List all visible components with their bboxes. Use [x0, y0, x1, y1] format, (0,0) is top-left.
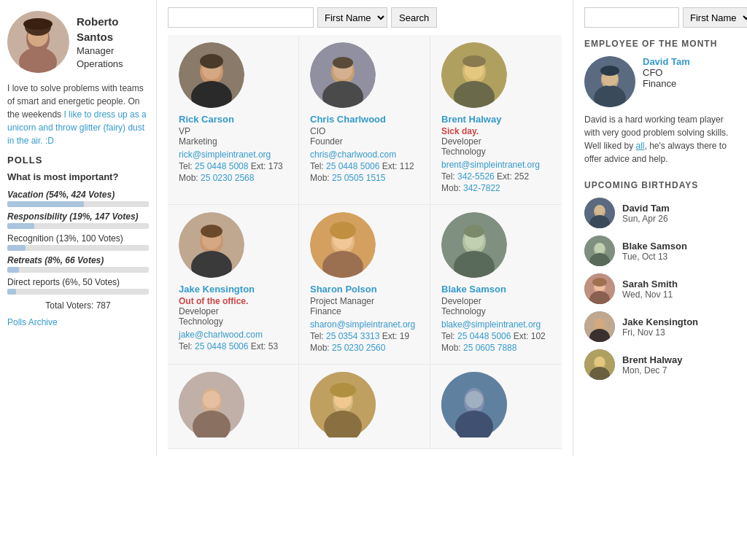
emp-dept-blake: Technology	[441, 306, 551, 316]
birthday-date: Wed, Nov 11	[622, 289, 678, 300]
svg-point-35	[464, 225, 484, 238]
search-button[interactable]: Search	[391, 7, 437, 28]
emp-email-rick[interactable]: rick@simpleintranet.org	[179, 149, 287, 160]
employee-card-rick-carson: Rick Carson VP Marketing rick@simpleintr…	[168, 35, 299, 205]
emp-photo	[310, 42, 376, 108]
emp-photo-placeholder	[441, 372, 507, 438]
emp-photo	[179, 42, 244, 108]
emp-tel-rick: Tel: 25 0448 5008 Ext: 173	[179, 161, 287, 171]
main-content: First Name Search Rick Carson VP Marketi…	[157, 0, 573, 456]
svg-point-74	[595, 357, 605, 367]
profile-bio: I love to solve problems with teams of s…	[7, 82, 149, 147]
emp-name-rick[interactable]: Rick Carson	[179, 114, 287, 125]
svg-point-39	[203, 391, 220, 408]
poll-item: Responsibility (19%, 147 Votes)	[7, 211, 149, 229]
eom-info: David Tam CFO Finance	[643, 56, 690, 107]
eom-role: CFO	[643, 67, 690, 78]
employee-card-brent-halway: Brent Halway Sick day. Developer Technol…	[430, 35, 562, 205]
svg-point-5	[23, 18, 53, 30]
emp-name-sharon[interactable]: Sharon Polson	[310, 284, 419, 295]
employee-card-sharon-polson: Sharon Polson Project Manager Finance sh…	[299, 205, 430, 365]
svg-point-57	[595, 205, 605, 215]
emp-tel-chris: Tel: 25 0448 5006 Ext: 112	[310, 161, 419, 171]
svg-point-20	[462, 55, 486, 67]
birthday-name: David Tam	[622, 203, 670, 214]
right-panel: First Name Search EMPLOYEE OF THE MONTH …	[573, 0, 747, 456]
polls-archive-link[interactable]: Polls Archive	[7, 317, 58, 327]
profile-dept: Operations	[77, 58, 149, 71]
emp-status-jake: Out of the office.	[179, 296, 287, 306]
svg-point-53	[600, 66, 619, 76]
svg-point-30	[330, 222, 356, 239]
emp-photo	[179, 212, 244, 278]
emp-mob-brent: Mob: 342-7822	[441, 183, 551, 193]
svg-point-61	[595, 243, 605, 253]
birthday-name: Jake Kensington	[622, 316, 698, 327]
profile-title: Manager	[77, 44, 149, 58]
emp-photo	[441, 42, 507, 108]
birthday-date: Mon, Dec 7	[622, 365, 682, 376]
emp-name-blake[interactable]: Blake Samson	[441, 284, 551, 295]
emp-email-jake[interactable]: jake@charlwood.com	[179, 330, 287, 340]
poll-item: Recognition (13%, 100 Votes)	[7, 233, 149, 251]
svg-point-48	[465, 391, 483, 408]
eom-bio-link[interactable]: all	[635, 141, 644, 151]
emp-email-brent[interactable]: brent@simpleintranet.org	[441, 160, 551, 170]
bio-link[interactable]: I like to dress up as a unicorn and thro…	[7, 109, 147, 146]
emp-title-jake: Developer	[179, 306, 287, 316]
poll-bar-responsibility	[7, 223, 34, 229]
employee-grid: Rick Carson VP Marketing rick@simpleintr…	[168, 35, 562, 449]
right-search-bar: First Name Search	[584, 7, 736, 28]
birthday-name: Blake Samson	[622, 241, 687, 252]
birthday-date: Fri, Nov 13	[622, 327, 698, 338]
emp-mob-rick: Mob: 25 0230 2568	[179, 173, 287, 183]
svg-point-70	[595, 319, 605, 329]
poll-item: Retreats (8%, 66 Votes)	[7, 255, 149, 273]
poll-question: What is most important?	[7, 171, 149, 182]
emp-name-chris[interactable]: Chris Charlwood	[310, 114, 419, 125]
emp-name-jake[interactable]: Jake Kensington	[179, 284, 287, 295]
emp-name-brent[interactable]: Brent Halway	[441, 114, 551, 125]
emp-email-chris[interactable]: chris@charlwood.com	[310, 149, 419, 160]
sidebar: Roberto Santos Manager Operations I love…	[0, 0, 157, 456]
search-select[interactable]: First Name	[317, 7, 387, 28]
polls-title: POLLS	[7, 155, 149, 166]
emp-photo	[441, 212, 507, 278]
svg-point-44	[330, 383, 356, 397]
svg-point-66	[592, 278, 607, 287]
eom-name: David Tam	[643, 56, 690, 67]
poll-bar-vacation	[7, 201, 84, 207]
right-search-select[interactable]: First Name	[683, 7, 747, 28]
birthday-date: Sun, Apr 26	[622, 214, 670, 224]
employee-card-row3-1	[168, 365, 299, 449]
search-bar: First Name Search	[168, 7, 562, 28]
right-search-input[interactable]	[584, 7, 679, 28]
profile-name: Roberto Santos	[77, 14, 149, 44]
emp-photo-placeholder	[179, 372, 244, 438]
birthday-item-sarah: Sarah Smith Wed, Nov 11	[584, 273, 736, 304]
employee-card-row3-2	[299, 365, 430, 449]
emp-mob-chris: Mob: 25 0505 1515	[310, 173, 419, 183]
eom-section: EMPLOYEE OF THE MONTH David Tam CFO Fina…	[584, 39, 736, 166]
emp-tel-brent: Tel: 342-5526 Ext: 252	[441, 171, 551, 182]
emp-email-blake[interactable]: blake@simpleintranet.org	[441, 319, 551, 330]
birthday-name: Sarah Smith	[622, 279, 678, 289]
eom-photo	[584, 56, 635, 107]
profile-info: Roberto Santos Manager Operations	[77, 11, 149, 71]
eom-dept: Finance	[643, 78, 690, 89]
birthday-item-jake: Jake Kensington Fri, Nov 13	[584, 311, 736, 342]
avatar	[7, 11, 69, 73]
emp-dept-chris: Founder	[310, 136, 419, 147]
search-input[interactable]	[168, 7, 314, 28]
poll-bar-direct-reports	[7, 289, 16, 295]
poll-total: Total Voters: 787	[7, 300, 149, 311]
eom-title: EMPLOYEE OF THE MONTH	[584, 39, 736, 49]
emp-dept-jake: Technology	[179, 316, 287, 327]
eom-bio: David is a hard working team player with…	[584, 113, 736, 166]
birthdays-title: UPCOMING BIRTHDAYS	[584, 180, 736, 190]
eom-card: David Tam CFO Finance	[584, 56, 736, 107]
emp-title-brent: Developer	[441, 136, 551, 147]
birthday-name: Brent Halway	[622, 354, 682, 365]
emp-email-sharon[interactable]: sharon@simpleintranet.org	[310, 319, 419, 330]
emp-mob-blake: Mob: 25 0605 7888	[441, 343, 551, 353]
